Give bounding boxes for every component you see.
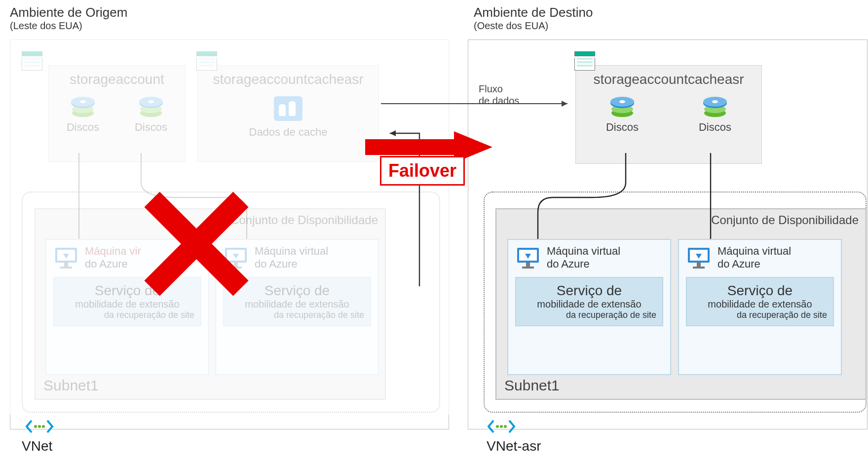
svg-marker-51 <box>562 101 567 107</box>
connector-lines <box>0 0 868 464</box>
failover-label: Failover <box>380 156 465 186</box>
failure-x-icon <box>142 190 251 298</box>
